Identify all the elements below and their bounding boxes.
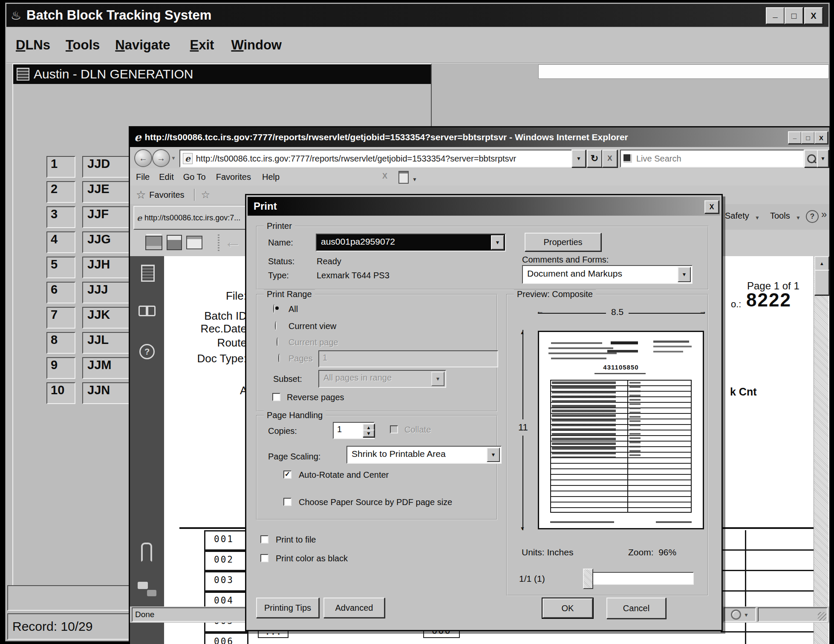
printer-name-dropdown-icon[interactable] — [491, 235, 504, 250]
printing-tips-button[interactable]: Printing Tips — [256, 598, 319, 618]
printer-name-combobox[interactable]: aus001pa2959072 — [316, 234, 506, 251]
page-slider-track[interactable] — [591, 572, 694, 585]
auto-rotate-checkbox[interactable] — [283, 471, 291, 479]
page-tab[interactable]: e http://ts00086.tcc.irs.gov:7... — [133, 206, 247, 230]
acrobat-close-icon[interactable] — [382, 172, 387, 181]
comments-panel-icon[interactable] — [138, 582, 156, 596]
ie-close-button[interactable] — [814, 131, 828, 144]
advanced-button[interactable]: Advanced — [323, 598, 385, 618]
help-panel-icon[interactable] — [139, 344, 155, 359]
menu-navigate[interactable]: Navigate — [115, 38, 170, 53]
dln-seq-field-1[interactable]: 1 — [46, 156, 75, 178]
ie-title-bar[interactable]: e http://ts00086.tcc.irs.gov:7777/report… — [130, 127, 829, 147]
print-dialog-title-bar[interactable]: Print — [248, 197, 720, 216]
dln-code-field-1[interactable]: JJD — [82, 156, 134, 178]
properties-button[interactable]: Properties — [525, 233, 601, 251]
copies-spin-down-icon[interactable] — [363, 430, 375, 437]
search-input[interactable] — [635, 153, 778, 164]
dln-seq-field-5[interactable]: 5 — [46, 257, 75, 278]
dln-seq-field-8[interactable]: 8 — [46, 332, 75, 354]
auto-rotate-label[interactable]: Auto-Rotate and Center — [299, 470, 389, 480]
dln-code-field-7[interactable]: JJK — [82, 307, 134, 329]
acrobat-page-icon[interactable] — [398, 171, 409, 184]
collate-label[interactable]: Collate — [404, 425, 431, 435]
pages-panel-icon[interactable] — [141, 265, 155, 282]
subset-dropdown-icon[interactable] — [431, 372, 444, 386]
inner-title-bar[interactable]: Austin - DLN GENERATION — [13, 64, 431, 84]
dln-code-field-5[interactable]: JJH — [82, 257, 134, 278]
print-icon[interactable] — [145, 236, 162, 250]
dln-code-field-6[interactable]: JJJ — [82, 282, 134, 303]
comments-forms-dropdown-icon[interactable] — [678, 267, 691, 282]
dln-code-field-8[interactable]: JJL — [82, 332, 134, 354]
forward-button[interactable] — [152, 149, 170, 167]
menu-tools[interactable]: Tools — [66, 38, 100, 53]
add-favorite-icon[interactable] — [201, 189, 211, 201]
command-safety[interactable]: Safety — [725, 211, 749, 221]
ie-menu-file[interactable]: File — [136, 172, 150, 182]
ie-maximize-button[interactable] — [801, 131, 815, 144]
range-current-page-radio[interactable] — [277, 338, 278, 347]
pdf-scrollbar[interactable] — [814, 256, 828, 644]
page-scaling-combobox[interactable]: Shrink to Printable Area — [346, 446, 502, 464]
range-all-radio[interactable] — [273, 304, 275, 313]
menu-dlns[interactable]: DLNs — [16, 38, 50, 53]
copies-spinner[interactable] — [363, 424, 373, 436]
search-box[interactable] — [620, 150, 804, 167]
dln-code-field-3[interactable]: JJF — [82, 206, 134, 228]
range-current-page-label[interactable]: Current page — [289, 338, 338, 347]
reverse-pages-label[interactable]: Reverse pages — [287, 393, 344, 402]
dln-seq-field-9[interactable]: 9 — [46, 357, 75, 379]
range-pages-radio[interactable] — [278, 354, 280, 363]
ok-button[interactable]: OK — [543, 598, 593, 618]
range-pages-label[interactable]: Pages — [289, 354, 313, 364]
command-tools[interactable]: Tools — [770, 211, 790, 221]
comments-forms-combobox[interactable]: Document and Markups — [522, 265, 693, 284]
print-dialog-close-button[interactable] — [704, 200, 719, 214]
subset-combobox[interactable]: All pages in range — [318, 370, 446, 388]
cancel-button[interactable]: Cancel — [606, 598, 666, 619]
history-chevron-icon[interactable] — [171, 154, 178, 161]
paper-source-checkbox[interactable] — [283, 498, 291, 506]
dln-code-field-4[interactable]: JJG — [82, 231, 134, 253]
reverse-pages-checkbox[interactable] — [272, 393, 280, 401]
status-segment-zoom[interactable] — [758, 607, 828, 622]
page-scaling-dropdown-icon[interactable] — [487, 448, 500, 462]
menu-window[interactable]: Window — [231, 38, 282, 53]
favorites-star-icon[interactable] — [136, 188, 146, 202]
export-icon[interactable] — [186, 236, 202, 249]
resize-grip-icon[interactable] — [818, 612, 826, 621]
maximize-button[interactable] — [785, 7, 803, 24]
scroll-up-button[interactable] — [814, 256, 829, 271]
dln-code-field-10[interactable]: JJN — [82, 382, 134, 404]
ie-menu-goto[interactable]: Go To — [183, 172, 206, 182]
print-to-file-label[interactable]: Print to file — [276, 535, 316, 545]
collate-checkbox[interactable] — [390, 425, 398, 433]
attachments-paperclip-icon[interactable] — [141, 543, 152, 562]
print-color-black-label[interactable]: Print color as black — [276, 554, 348, 563]
acrobat-menu-chevron-icon[interactable] — [412, 173, 417, 183]
ie-menu-help[interactable]: Help — [262, 172, 280, 182]
search-options-button[interactable] — [817, 150, 829, 167]
refresh-button[interactable] — [587, 150, 602, 167]
address-field[interactable]: e http://ts00086.tcc.irs.gov:7777/report… — [179, 150, 573, 167]
menu-exit[interactable]: Exit — [190, 38, 214, 53]
dln-code-field-9[interactable]: JJM — [82, 357, 134, 379]
favorites-button[interactable]: Favorites — [149, 190, 184, 200]
search-binoculars-icon[interactable] — [139, 306, 156, 315]
ie-minimize-button[interactable] — [788, 131, 802, 144]
dln-seq-field-2[interactable]: 2 — [46, 181, 75, 203]
dln-seq-field-3[interactable]: 3 — [46, 206, 75, 228]
pages-input[interactable]: 1 — [318, 350, 498, 367]
overflow-chevron-icon[interactable] — [821, 208, 827, 220]
stop-button[interactable] — [602, 150, 618, 167]
previous-view-icon[interactable] — [224, 231, 242, 252]
print-to-file-checkbox[interactable] — [260, 535, 268, 543]
range-all-label[interactable]: All — [289, 304, 298, 314]
dln-seq-field-6[interactable]: 6 — [46, 282, 75, 303]
main-title-bar[interactable]: Batch Block Tracking System — [6, 4, 828, 27]
scroll-thumb[interactable] — [814, 270, 829, 295]
tools-chevron-icon[interactable] — [796, 214, 801, 221]
back-button[interactable] — [134, 149, 152, 167]
search-go-button[interactable] — [804, 150, 819, 167]
